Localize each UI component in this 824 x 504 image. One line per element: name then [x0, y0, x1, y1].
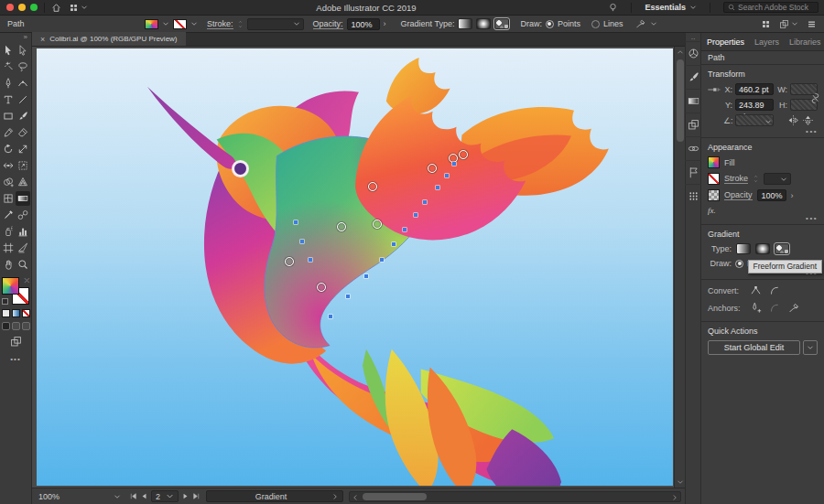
lasso-tool[interactable]: [16, 59, 30, 74]
tab-properties[interactable]: Properties: [707, 38, 744, 47]
curvature-tool[interactable]: [16, 76, 30, 91]
convert-to-smooth-icon[interactable]: [769, 284, 781, 296]
document-arrange-icon[interactable]: [779, 19, 789, 29]
canvas[interactable]: [32, 47, 685, 488]
dock-grip[interactable]: ‥: [691, 34, 696, 41]
selection-tool[interactable]: [1, 43, 16, 58]
zoom-window-button[interactable]: [30, 4, 38, 11]
x-value-field[interactable]: 460.2 pt: [735, 83, 774, 95]
draw-points-radio[interactable]: [546, 20, 554, 28]
opacity-expand-arrow[interactable]: ›: [791, 191, 794, 200]
path-anchor-point[interactable]: [445, 174, 449, 177]
scroll-up-icon[interactable]: [677, 48, 684, 56]
document-tab[interactable]: × Colibri.ai @ 100% (RGB/GPU Preview): [32, 32, 186, 46]
gradient-stop-point[interactable]: [428, 164, 437, 173]
vertical-scrollbar[interactable]: [674, 47, 685, 488]
global-edit-options-button[interactable]: [803, 340, 818, 355]
perspective-grid-tool[interactable]: [16, 175, 30, 189]
line-segment-tool[interactable]: [16, 92, 30, 107]
scroll-right-icon[interactable]: [671, 494, 678, 501]
transform-panel-icon[interactable]: [685, 184, 701, 208]
arrange-documents-icon[interactable]: [69, 3, 79, 13]
hand-tool[interactable]: [1, 257, 16, 272]
width-tool[interactable]: [1, 158, 16, 173]
draw-normal-button[interactable]: [2, 322, 10, 330]
fill-swatch[interactable]: [708, 156, 720, 168]
magic-wand-tool[interactable]: [1, 59, 16, 74]
artboard-tool[interactable]: [1, 241, 16, 255]
scroll-down-icon[interactable]: [677, 478, 684, 486]
appearance-more-options[interactable]: •••: [806, 214, 818, 222]
gradient-stop-point[interactable]: [337, 222, 346, 231]
path-anchor-point[interactable]: [300, 240, 304, 243]
close-tab-icon[interactable]: ×: [40, 35, 45, 44]
direct-selection-tool[interactable]: [16, 43, 30, 58]
radial-gradient-button[interactable]: [476, 18, 491, 29]
gradient-stop-point[interactable]: [368, 182, 377, 191]
opacity-swatch[interactable]: [708, 189, 720, 201]
symbol-sprayer-tool[interactable]: [1, 224, 16, 239]
rectangle-tool[interactable]: [1, 109, 16, 123]
scroll-left-icon[interactable]: [352, 494, 359, 501]
scale-tool[interactable]: [16, 142, 30, 156]
flip-vertical-icon[interactable]: [802, 114, 814, 126]
color-panel-icon[interactable]: [685, 41, 701, 65]
opacity-expand-arrow[interactable]: ›: [384, 19, 386, 28]
gradient-stop-point[interactable]: [459, 150, 468, 159]
draw-lines-radio[interactable]: [591, 20, 600, 28]
gradient-mode-button[interactable]: [12, 309, 20, 317]
links-panel-icon[interactable]: [685, 136, 701, 160]
change-screen-mode-icon[interactable]: [10, 336, 22, 348]
draw-behind-button[interactable]: [12, 322, 20, 330]
eyedropper-tool[interactable]: [1, 208, 16, 222]
next-artboard-icon[interactable]: [181, 492, 190, 500]
y-value-field[interactable]: 243.89 pt: [735, 99, 774, 111]
stroke-weight-dropdown[interactable]: [764, 173, 791, 185]
first-artboard-icon[interactable]: [129, 492, 137, 500]
chevron-down-icon[interactable]: [190, 20, 198, 27]
tab-layers[interactable]: Layers: [754, 38, 779, 47]
previous-artboard-icon[interactable]: [140, 492, 148, 500]
panel-list-icon[interactable]: [807, 19, 817, 29]
stroke-weight-stepper[interactable]: [237, 20, 244, 28]
default-fill-stroke-icon[interactable]: [2, 298, 8, 305]
mesh-tool[interactable]: [1, 191, 16, 206]
eraser-tool[interactable]: [16, 125, 30, 140]
linear-gradient-button[interactable]: [458, 18, 472, 29]
flip-horizontal-icon[interactable]: [787, 114, 799, 126]
artboards-panel-icon[interactable]: [685, 113, 701, 136]
draw-inside-button[interactable]: [22, 322, 30, 330]
app-grid-icon[interactable]: [761, 19, 771, 29]
path-anchor-point[interactable]: [452, 162, 456, 166]
radial-gradient-button[interactable]: [755, 243, 770, 254]
path-anchor-point[interactable]: [309, 258, 312, 262]
stroke-swatch[interactable]: [708, 173, 720, 185]
add-anchor-icon[interactable]: [750, 302, 762, 314]
home-icon[interactable]: [51, 3, 61, 13]
color-mode-button[interactable]: [2, 309, 10, 317]
shape-builder-tool[interactable]: [1, 175, 16, 189]
draw-points-radio[interactable]: [735, 260, 743, 268]
gradient-stop-point[interactable]: [285, 257, 294, 266]
chevron-down-icon[interactable]: [162, 20, 169, 27]
opacity-value-field[interactable]: 100%: [757, 189, 786, 201]
remove-anchor-icon[interactable]: [769, 302, 781, 314]
vertical-scroll-thumb[interactable]: [677, 59, 684, 142]
path-anchor-point[interactable]: [329, 315, 332, 318]
opacity-value-field[interactable]: 100%: [347, 18, 380, 30]
swap-fill-stroke-icon[interactable]: ⤫: [24, 277, 29, 284]
stroke-weight-stepper[interactable]: [753, 175, 759, 183]
pen-tool[interactable]: [1, 76, 16, 91]
transform-more-options[interactable]: •••: [806, 127, 818, 135]
discover-bulb-icon[interactable]: [608, 3, 618, 13]
path-anchor-point[interactable]: [436, 186, 439, 189]
last-artboard-icon[interactable]: [192, 492, 201, 500]
path-anchor-point[interactable]: [294, 220, 298, 224]
stroke-panel-link[interactable]: Stroke:: [207, 19, 233, 29]
freeform-gradient-button[interactable]: [494, 18, 509, 29]
search-input[interactable]: Search Adobe Stock: [723, 2, 819, 13]
edit-toolbar-button[interactable]: •••: [10, 355, 20, 363]
stroke-link[interactable]: Stroke: [724, 174, 748, 184]
horizontal-scrollbar[interactable]: [349, 491, 681, 502]
collapse-tools-button[interactable]: »: [24, 35, 27, 40]
